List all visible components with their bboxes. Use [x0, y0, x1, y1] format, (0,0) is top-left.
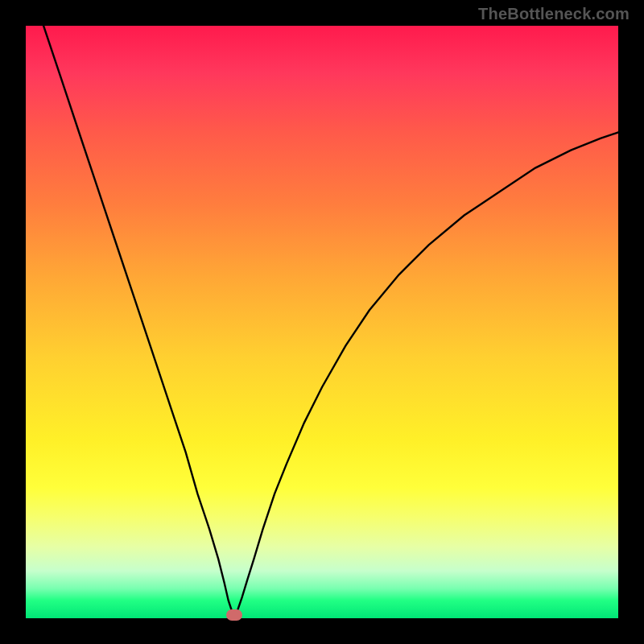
plot-area	[26, 26, 618, 618]
chart-frame: TheBottleneck.com	[0, 0, 644, 644]
optimal-point-marker	[226, 609, 242, 621]
watermark-text: TheBottleneck.com	[478, 5, 630, 23]
